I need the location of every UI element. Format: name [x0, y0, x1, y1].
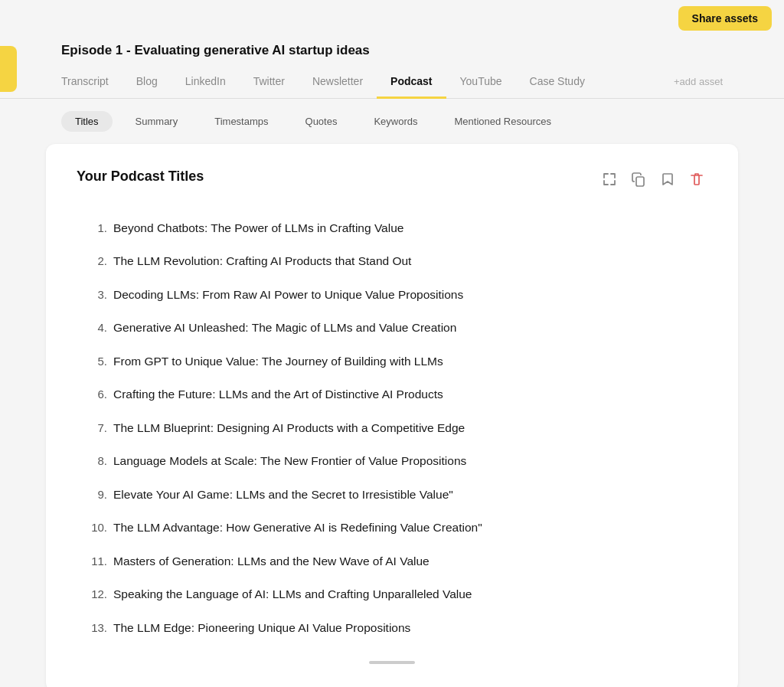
item-text: Masters of Generation: LLMs and the New …	[113, 552, 430, 570]
item-text: Language Models at Scale: The New Fronti…	[113, 452, 466, 469]
tab-case-study[interactable]: Case Study	[516, 67, 599, 99]
bookmark-icon	[660, 172, 675, 187]
sidebar-accent	[0, 46, 17, 92]
svg-rect-0	[636, 177, 644, 186]
item-number: 10.	[86, 519, 107, 537]
add-asset-button[interactable]: +add asset	[660, 68, 723, 97]
content-card: Your Podcast Titles	[46, 144, 738, 688]
subtab-keywords[interactable]: Keywords	[360, 111, 431, 132]
subtab-titles[interactable]: Titles	[61, 111, 113, 132]
item-text: Crafting the Future: LLMs and the Art of…	[113, 385, 443, 403]
item-text: The LLM Edge: Pioneering Unique AI Value…	[113, 619, 410, 636]
tab-podcast[interactable]: Podcast	[377, 67, 446, 99]
item-number: 7.	[86, 420, 107, 437]
subtab-mentioned-resources[interactable]: Mentioned Resources	[441, 111, 565, 132]
item-number: 1.	[86, 220, 107, 237]
list-item: 7.The LLM Blueprint: Designing AI Produc…	[77, 411, 707, 445]
list-item: 11.Masters of Generation: LLMs and the N…	[77, 545, 707, 578]
item-text: Generative AI Unleashed: The Magic of LL…	[113, 319, 456, 336]
card-header: Your Podcast Titles	[77, 168, 707, 190]
delete-button[interactable]	[686, 168, 707, 190]
list-item: 5.From GPT to Unique Value: The Journey …	[77, 345, 707, 378]
subtab-timestamps[interactable]: Timestamps	[201, 111, 282, 132]
item-text: Elevate Your AI Game: LLMs and the Secre…	[113, 486, 453, 503]
scroll-hint-bar	[369, 661, 415, 664]
item-text: Decoding LLMs: From Raw AI Power to Uniq…	[113, 286, 463, 303]
scroll-hint	[77, 644, 707, 667]
list-item: 2.The LLM Revolution: Crafting AI Produc…	[77, 244, 707, 278]
subtab-quotes[interactable]: Quotes	[292, 111, 351, 132]
item-text: The LLM Revolution: Crafting AI Products…	[113, 252, 411, 270]
list-item: 6.Crafting the Future: LLMs and the Art …	[77, 378, 707, 411]
item-number: 13.	[86, 620, 107, 637]
list-item: 10.The LLM Advantage: How Generative AI …	[77, 511, 707, 545]
top-bar: Share assets	[0, 0, 784, 37]
sub-tabs: Titles Summary Timestamps Quotes Keyword…	[0, 99, 784, 144]
tab-newsletter[interactable]: Newsletter	[299, 67, 377, 99]
list-item: 3.Decoding LLMs: From Raw AI Power to Un…	[77, 278, 707, 312]
item-number: 2.	[86, 253, 107, 270]
tab-linkedin[interactable]: LinkedIn	[172, 67, 240, 99]
item-number: 4.	[86, 319, 107, 337]
list-item: 12.Speaking the Language of AI: LLMs and…	[77, 577, 707, 611]
tab-transcript[interactable]: Transcript	[61, 67, 122, 99]
share-assets-button[interactable]: Share assets	[678, 6, 772, 31]
item-number: 9.	[86, 486, 107, 504]
copy-button[interactable]	[628, 168, 649, 190]
list-item: 13.The LLM Edge: Pioneering Unique AI Va…	[77, 611, 707, 645]
item-number: 12.	[86, 586, 107, 604]
list-item: 4.Generative AI Unleashed: The Magic of …	[77, 311, 707, 345]
tab-blog[interactable]: Blog	[122, 67, 172, 99]
nav-tabs: Transcript Blog LinkedIn Twitter Newslet…	[0, 67, 784, 99]
item-text: Speaking the Language of AI: LLMs and Cr…	[113, 585, 472, 603]
item-number: 3.	[86, 286, 107, 304]
item-text: The LLM Advantage: How Generative AI is …	[113, 519, 482, 536]
bookmark-button[interactable]	[657, 168, 678, 190]
list-item: 9.Elevate Your AI Game: LLMs and the Sec…	[77, 478, 707, 512]
episode-title: Episode 1 - Evaluating generative AI sta…	[0, 37, 784, 67]
item-text: Beyond Chatbots: The Power of LLMs in Cr…	[113, 219, 403, 237]
tab-youtube[interactable]: YouTube	[446, 67, 516, 99]
copy-icon	[631, 172, 646, 187]
card-actions	[599, 168, 707, 190]
list-item: 8.Language Models at Scale: The New Fron…	[77, 444, 707, 478]
trash-icon	[689, 172, 704, 187]
list-item: 1.Beyond Chatbots: The Power of LLMs in …	[77, 211, 707, 245]
titles-list: 1.Beyond Chatbots: The Power of LLMs in …	[77, 211, 707, 645]
item-number: 8.	[86, 453, 107, 470]
item-number: 11.	[86, 553, 107, 571]
tab-twitter[interactable]: Twitter	[240, 67, 299, 99]
card-title: Your Podcast Titles	[77, 168, 204, 185]
item-text: From GPT to Unique Value: The Journey of…	[113, 352, 443, 370]
expand-icon	[602, 172, 617, 187]
item-text: The LLM Blueprint: Designing AI Products…	[113, 419, 465, 437]
item-number: 6.	[86, 386, 107, 404]
subtab-summary[interactable]: Summary	[122, 111, 192, 132]
expand-button[interactable]	[599, 168, 620, 190]
item-number: 5.	[86, 353, 107, 371]
